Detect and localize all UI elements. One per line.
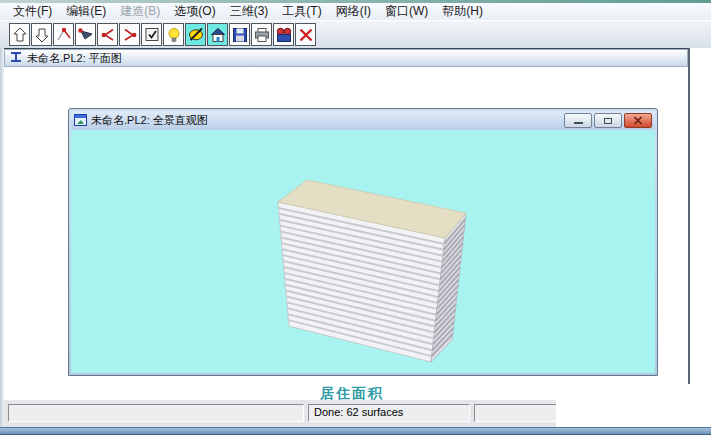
exit-button[interactable] [295,23,316,46]
maximize-button[interactable] [594,113,622,128]
record-button[interactable] [273,23,294,46]
plan-window-titlebar[interactable]: 未命名.PL2: 平面图 [4,49,688,67]
record-icon [274,25,294,45]
3d-viewport[interactable] [71,130,655,373]
rotate-right-icon [120,25,140,45]
menu-item[interactable]: 选项(O) [167,2,222,21]
rotate-left-button[interactable] [97,23,118,46]
perspective-window-titlebar[interactable]: 未命名.PL2: 全景直观图 [71,111,655,130]
save-icon [230,25,250,45]
menu-item[interactable]: 建造(B) [113,2,167,21]
shading-icon [186,25,206,45]
menu-item[interactable]: 编辑(E) [59,2,113,21]
status-message: Done: 62 surfaces [308,404,470,422]
perspective-window-title: 未命名.PL2: 全景直观图 [91,113,562,128]
minimize-icon [574,122,583,124]
up-arrow-icon [10,25,30,45]
down-arrow-icon [32,25,52,45]
window-bottom-border [0,427,711,435]
close-icon [633,116,643,125]
perspective-window: 未命名.PL2: 全景直观图 [68,108,658,376]
menu-item[interactable]: 帮助(H) [435,2,490,21]
menu-item[interactable]: 工具(T) [275,2,328,21]
texture-house-icon [208,25,228,45]
options-checkbox-button[interactable] [141,23,162,46]
rotate-right-button[interactable] [119,23,140,46]
options-checkbox-icon [142,25,162,45]
shading-button[interactable] [185,23,206,46]
menu-bar: 文件(F)编辑(E)建造(B)选项(O)三维(3)工具(T)网络(I)窗口(W)… [0,3,711,20]
bird-view-tool-button[interactable] [75,23,96,46]
print-button[interactable] [251,23,272,46]
perspective-window-icon [74,112,87,130]
light-button[interactable] [163,23,184,46]
close-button[interactable] [624,113,652,128]
white-overlay-patch [556,384,711,427]
maximize-icon [604,118,612,124]
plan-window-title: 未命名.PL2: 平面图 [27,51,122,66]
building-3d-render [71,130,655,373]
save-button[interactable] [229,23,250,46]
perspective-tool-icon [54,25,74,45]
exit-icon [296,25,316,45]
down-arrow-button[interactable] [31,23,52,46]
status-panel-left [8,404,304,422]
rotate-left-icon [98,25,118,45]
toolbar [0,20,711,48]
light-icon [164,25,184,45]
print-icon [252,25,272,45]
menu-item[interactable]: 文件(F) [6,2,59,21]
plan-window-icon [10,49,22,67]
menu-item[interactable]: 网络(I) [329,2,378,21]
menu-item[interactable]: 三维(3) [223,2,276,21]
bird-view-tool-icon [76,25,96,45]
perspective-tool-button[interactable] [53,23,74,46]
texture-house-button[interactable] [207,23,228,46]
up-arrow-button[interactable] [9,23,30,46]
minimize-button[interactable] [564,113,592,128]
menu-item[interactable]: 窗口(W) [378,2,435,21]
status-panel-right [474,404,558,422]
